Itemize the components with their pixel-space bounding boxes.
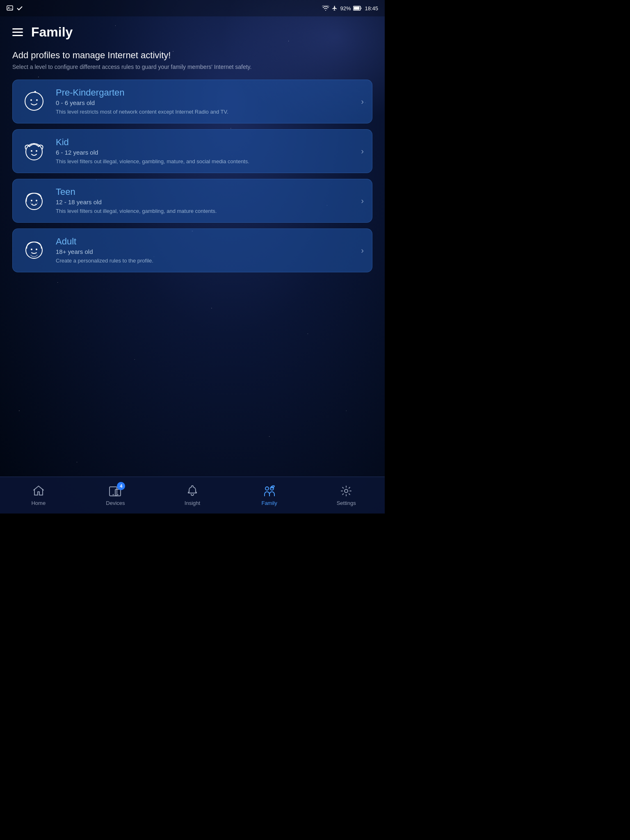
svg-point-15 [35, 203, 36, 204]
menu-button[interactable] [12, 28, 23, 36]
intro-section: Add profiles to manage Internet activity… [12, 50, 372, 71]
nav-devices[interactable]: 4 Devices [77, 481, 154, 509]
adult-age: 18+ years old [56, 248, 357, 255]
pre-kindergarten-chevron: › [361, 97, 364, 106]
home-icon [32, 484, 45, 498]
insight-label: Insight [185, 500, 200, 506]
devices-label: Devices [106, 500, 125, 506]
kid-desc: This level filters out illegal, violence… [56, 158, 357, 165]
adult-chevron: › [361, 246, 364, 255]
pre-kindergarten-name: Pre-Kindergarten [56, 87, 357, 98]
svg-point-24 [265, 487, 269, 490]
svg-point-16 [37, 203, 38, 203]
svg-point-1 [8, 7, 9, 8]
teen-icon [21, 187, 48, 214]
checkmark-icon [16, 5, 23, 11]
svg-point-8 [31, 150, 32, 152]
pre-kindergarten-info: Pre-Kindergarten 0 - 6 years old This le… [56, 87, 357, 116]
devices-badge: 4 [117, 482, 125, 490]
devices-icon: 4 [109, 484, 122, 498]
svg-point-12 [36, 200, 37, 201]
family-label: Family [261, 500, 277, 506]
nav-family[interactable]: Family [231, 481, 308, 509]
svg-point-9 [36, 150, 37, 152]
teen-name: Teen [56, 187, 357, 197]
main-content: Family Add profiles to manage Internet a… [0, 16, 385, 477]
profile-list: Pre-Kindergarten 0 - 6 years old This le… [12, 80, 372, 273]
photo-icon [7, 5, 13, 11]
header: Family [12, 16, 372, 50]
nav-insight[interactable]: Insight [154, 481, 231, 509]
kid-age: 6 - 12 years old [56, 149, 357, 156]
svg-rect-3 [354, 7, 360, 10]
adult-name: Adult [56, 236, 357, 247]
svg-point-6 [36, 99, 38, 101]
intro-subtitle: Select a level to configure different ac… [12, 63, 372, 71]
teen-desc: This level filters out illegal, violence… [56, 208, 357, 215]
teen-info: Teen 12 - 18 years old This level filter… [56, 187, 357, 215]
airplane-icon [332, 5, 338, 11]
pre-kindergarten-icon [21, 88, 48, 115]
kid-chevron: › [361, 146, 364, 156]
adult-info: Adult 18+ years old Create a personalize… [56, 236, 357, 265]
pre-kindergarten-age: 0 - 6 years old [56, 99, 357, 106]
status-left [7, 5, 23, 11]
pre-kindergarten-card[interactable]: Pre-Kindergarten 0 - 6 years old This le… [12, 80, 372, 123]
family-icon [263, 484, 276, 498]
svg-point-11 [31, 200, 32, 201]
settings-label: Settings [337, 500, 356, 506]
svg-point-19 [36, 249, 37, 250]
kid-card[interactable]: Kid 6 - 12 years old This level filters … [12, 129, 372, 173]
battery-icon [353, 6, 362, 11]
teen-card[interactable]: Teen 12 - 18 years old This level filter… [12, 179, 372, 223]
home-label: Home [31, 500, 46, 506]
kid-name: Kid [56, 137, 357, 148]
svg-point-10 [26, 193, 42, 210]
svg-point-13 [30, 203, 31, 203]
nav-home[interactable]: Home [0, 481, 77, 509]
teen-age: 12 - 18 years old [56, 199, 357, 205]
adult-desc: Create a personalized rules to the profi… [56, 257, 357, 265]
teen-chevron: › [361, 196, 364, 205]
svg-rect-0 [7, 6, 13, 10]
wifi-icon [322, 5, 329, 11]
svg-point-4 [25, 92, 43, 110]
status-bar: 92% 18:45 [0, 0, 385, 16]
kid-icon [21, 138, 48, 164]
kid-info: Kid 6 - 12 years old This level filters … [56, 137, 357, 165]
settings-icon [340, 484, 353, 498]
page-title: Family [31, 25, 73, 40]
clock: 18:45 [365, 5, 378, 11]
svg-point-26 [345, 489, 348, 493]
svg-point-14 [32, 203, 33, 204]
battery-percent: 92% [340, 5, 351, 11]
insight-icon [186, 484, 199, 498]
status-right: 92% 18:45 [322, 5, 378, 11]
adult-icon [21, 237, 48, 264]
bottom-nav: Home 4 Devices Insight [0, 477, 385, 514]
svg-point-18 [31, 249, 32, 250]
nav-settings[interactable]: Settings [308, 481, 385, 509]
adult-card[interactable]: Adult 18+ years old Create a personalize… [12, 228, 372, 272]
intro-heading: Add profiles to manage Internet activity… [12, 50, 372, 61]
pre-kindergarten-desc: This level restricts most of network con… [56, 108, 357, 116]
svg-point-5 [30, 99, 32, 101]
svg-point-7 [26, 144, 42, 160]
